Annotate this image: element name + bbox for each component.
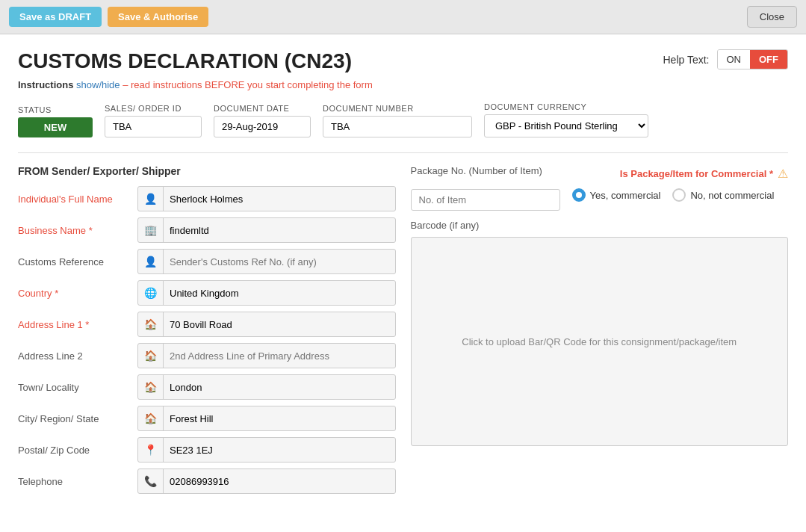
toolbar: Save as DRAFT Save & Authorise Close	[0, 0, 806, 34]
business-name-input[interactable]	[164, 220, 395, 241]
city-row: City/ Region/ State 🏠	[18, 406, 396, 431]
customs-ref-label: Customs Reference	[18, 256, 137, 267]
package-section: Package No. (Number of Item) Is Package/…	[411, 165, 789, 500]
help-text-toggle[interactable]: ON OFF	[717, 49, 789, 69]
business-name-label: Business Name *	[18, 225, 137, 236]
doc-number-input[interactable]	[323, 116, 472, 137]
customs-ref-icon: 👤	[138, 250, 164, 273]
telephone-row: Telephone 📞	[18, 468, 396, 494]
commercial-radio-group: Yes, commercial No, not commercial	[572, 188, 775, 202]
status-badge: NEW	[18, 117, 93, 137]
divider	[18, 152, 788, 153]
business-icon: 🏢	[138, 218, 164, 242]
page-title: CUSTOMS DECLARATION (CN23)	[18, 49, 352, 73]
address2-input-wrapper: 🏠	[137, 343, 396, 368]
full-name-input[interactable]	[164, 189, 395, 209]
status-label: STATUS	[18, 105, 93, 114]
globe-icon: 🌐	[138, 281, 164, 305]
instructions-label: Instructions	[18, 79, 73, 90]
country-input-wrapper: 🌐	[137, 280, 396, 306]
postal-row: Postal/ Zip Code 📍	[18, 437, 396, 463]
address2-row: Address Line 2 🏠	[18, 343, 396, 368]
home-icon-2: 🏠	[138, 344, 164, 368]
no-commercial-label: No, not commercial	[690, 190, 774, 201]
town-input[interactable]	[164, 377, 395, 398]
help-text-control: Help Text: ON OFF	[663, 49, 789, 69]
package-no-label: Package No. (Number of Item)	[411, 165, 542, 176]
status-field: STATUS NEW	[18, 105, 93, 137]
barcode-section: Barcode (if any) Click to upload Bar/QR …	[411, 220, 789, 446]
phone-icon: 📞	[138, 469, 164, 493]
city-label: City/ Region/ State	[18, 413, 137, 424]
commercial-header: Is Package/Item for Commercial * ⚠	[620, 167, 788, 181]
doc-number-field: Document Number	[323, 104, 472, 137]
status-row: STATUS NEW Sales/ Order ID Document Date…	[18, 102, 788, 137]
instructions-warning: – read instructions BEFORE you start com…	[123, 79, 373, 90]
doc-date-label: Document Date	[214, 104, 311, 113]
doc-currency-label: Document Currency	[484, 102, 648, 111]
yes-commercial-radio[interactable]	[572, 188, 586, 202]
yes-commercial-label: Yes, commercial	[590, 190, 661, 201]
customs-ref-input[interactable]	[164, 252, 395, 272]
help-text-label: Help Text:	[663, 54, 710, 66]
postal-input[interactable]	[164, 440, 395, 460]
sales-order-label: Sales/ Order ID	[105, 104, 202, 113]
save-authorise-button[interactable]: Save & Authorise	[108, 7, 208, 27]
full-name-row: Individual's Full Name 👤	[18, 186, 396, 211]
city-input[interactable]	[164, 409, 395, 429]
city-input-wrapper: 🏠	[137, 406, 396, 431]
customs-ref-row: Customs Reference 👤	[18, 249, 396, 274]
yes-commercial-option[interactable]: Yes, commercial	[572, 188, 661, 202]
toggle-off-button[interactable]: OFF	[750, 50, 787, 69]
instructions-toggle-link[interactable]: show/hide	[76, 79, 120, 90]
page-header: CUSTOMS DECLARATION (CN23) Help Text: ON…	[18, 49, 788, 73]
town-input-wrapper: 🏠	[137, 374, 396, 400]
form-columns: FROM Sender/ Exporter/ Shipper Individua…	[18, 165, 788, 500]
telephone-label: Telephone	[18, 476, 137, 487]
business-name-input-wrapper: 🏢	[137, 217, 396, 243]
address2-label: Address Line 2	[18, 350, 137, 362]
customs-ref-input-wrapper: 👤	[137, 249, 396, 274]
town-row: Town/ Locality 🏠	[18, 374, 396, 400]
barcode-upload-area[interactable]: Click to upload Bar/QR Code for this con…	[411, 237, 789, 446]
close-button[interactable]: Close	[747, 6, 797, 28]
address1-input[interactable]	[164, 315, 395, 335]
full-name-input-wrapper: 👤	[137, 186, 396, 211]
address1-row: Address Line 1 * 🏠	[18, 312, 396, 337]
home-icon-1: 🏠	[138, 312, 164, 336]
sender-section-title: FROM Sender/ Exporter/ Shipper	[18, 165, 396, 177]
toggle-on-button[interactable]: ON	[718, 50, 751, 69]
country-row: Country * 🌐	[18, 280, 396, 306]
sender-section: FROM Sender/ Exporter/ Shipper Individua…	[18, 165, 396, 500]
telephone-input[interactable]	[164, 471, 395, 492]
town-label: Town/ Locality	[18, 382, 137, 393]
main-content: CUSTOMS DECLARATION (CN23) Help Text: ON…	[0, 34, 806, 532]
address2-input[interactable]	[164, 346, 395, 366]
doc-date-input[interactable]	[214, 116, 311, 137]
no-commercial-option[interactable]: No, not commercial	[672, 188, 774, 202]
doc-currency-field: Document Currency GBP - British Pound St…	[484, 102, 648, 137]
home-icon-4: 🏠	[138, 406, 164, 430]
telephone-input-wrapper: 📞	[137, 468, 396, 494]
no-of-item-input[interactable]	[411, 189, 560, 211]
person-icon: 👤	[138, 187, 164, 211]
country-label: Country *	[18, 288, 137, 299]
address1-label: Address Line 1 *	[18, 319, 137, 330]
sales-order-field: Sales/ Order ID	[105, 104, 202, 137]
warning-icon: ⚠	[778, 167, 788, 181]
full-name-label: Individual's Full Name	[18, 194, 137, 205]
sales-order-input[interactable]	[105, 116, 202, 137]
no-commercial-radio[interactable]	[672, 188, 686, 202]
country-input[interactable]	[164, 283, 395, 303]
postal-input-wrapper: 📍	[137, 437, 396, 463]
postal-label: Postal/ Zip Code	[18, 445, 137, 456]
barcode-upload-text: Click to upload Bar/QR Code for this con…	[462, 336, 737, 347]
doc-currency-select[interactable]: GBP - British Pound Sterling USD - US Do…	[484, 114, 648, 137]
business-name-row: Business Name * 🏢	[18, 217, 396, 243]
doc-number-label: Document Number	[323, 104, 472, 113]
pin-icon: 📍	[138, 438, 164, 462]
doc-date-field: Document Date	[214, 104, 311, 137]
instructions-bar: Instructions show/hide – read instructio…	[18, 79, 788, 90]
barcode-label: Barcode (if any)	[411, 220, 789, 231]
save-draft-button[interactable]: Save as DRAFT	[9, 7, 102, 27]
